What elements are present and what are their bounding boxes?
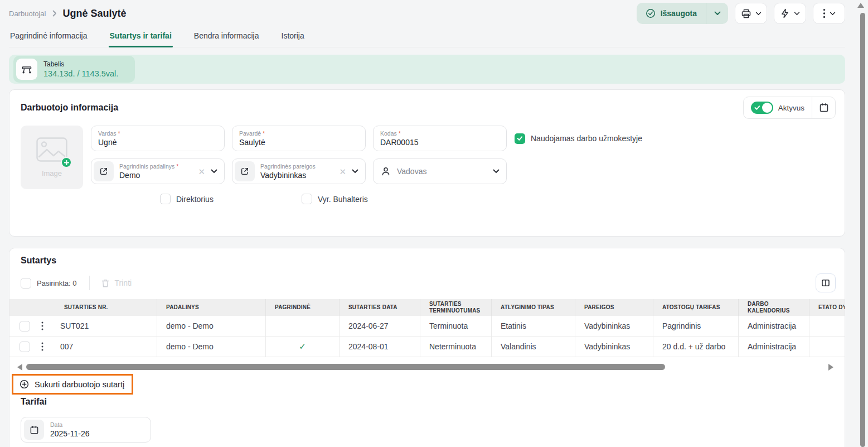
contract-position: Vadybininkas: [575, 316, 653, 336]
save-button[interactable]: Išsaugota: [637, 3, 706, 24]
col-etato-dydis[interactable]: ETATO DY: [809, 299, 845, 316]
contract-row-2[interactable]: 007 demo - Demo ✓ 2024-08-01 Neterminuot…: [9, 337, 845, 357]
tabelis-summary-card[interactable]: Tabelis 134.13d. / 1143.5val.: [13, 56, 135, 83]
breadcrumb-parent-link[interactable]: Darbuotojai: [9, 9, 46, 18]
more-menu-button[interactable]: [813, 3, 845, 24]
code-label: Kodas: [380, 130, 397, 137]
chevron-down-icon[interactable]: [352, 169, 358, 174]
scroll-right-arrow[interactable]: [828, 364, 833, 371]
delete-button-label: Trinti: [115, 278, 132, 287]
active-toggle[interactable]: [751, 102, 773, 114]
tabelis-value: 134.13d. / 1143.5val.: [43, 69, 118, 78]
chevron-down-icon: [755, 12, 762, 16]
tariff-date-field[interactable]: Data 2025-11-26: [21, 417, 151, 443]
contract-date: 2024-08-01: [339, 337, 420, 357]
plus-circle-icon: [20, 379, 29, 389]
column-settings-button[interactable]: [816, 273, 836, 292]
select-all-checkbox[interactable]: [21, 278, 31, 289]
lightning-icon: [780, 8, 790, 18]
col-pareigos[interactable]: PAREIGOS: [575, 299, 653, 316]
row-checkbox[interactable]: [20, 342, 30, 352]
activity-calendar-button[interactable]: [812, 97, 835, 119]
tab-istorija[interactable]: Istorija: [280, 28, 306, 47]
col-terminuotumas[interactable]: SUTARTIES TERMINUOTUMAS: [420, 299, 491, 316]
save-dropdown-button[interactable]: [706, 3, 728, 24]
col-sutarties-nr[interactable]: SUTARTIES NR.: [9, 299, 157, 316]
chevron-down-icon[interactable]: [493, 169, 500, 174]
chevron-down-icon: [794, 12, 800, 16]
check-circle-icon: [646, 8, 656, 18]
main-department-select[interactable]: Pagrindinis padalinys * Demo ✕: [91, 158, 225, 184]
save-split-button[interactable]: Išsaugota: [637, 3, 728, 24]
page-scroll-up-arrow[interactable]: [857, 3, 864, 8]
row-kebab-menu-icon[interactable]: [41, 342, 43, 351]
scroll-left-arrow[interactable]: [17, 364, 22, 371]
calendar-icon[interactable]: [24, 420, 44, 440]
col-sutarties-data[interactable]: SUTARTIES DATA: [339, 299, 420, 316]
tab-bendra-informacija[interactable]: Bendra informacija: [193, 28, 260, 47]
chevron-down-icon: [830, 12, 836, 16]
contract-position: Vadybininkas: [575, 337, 653, 357]
required-marker: *: [399, 130, 401, 137]
kebab-menu-icon: [823, 8, 826, 18]
contract-work-calendar: Administracija: [738, 316, 809, 336]
toggle-check-icon: [754, 105, 760, 110]
col-atlyginimo-tipas[interactable]: ATLYGINIMO TIPAS: [491, 299, 575, 316]
main-position-select[interactable]: Pagrindinės pareigos Vadybininkas ✕: [232, 158, 366, 184]
table-horizontal-scrollbar[interactable]: [17, 363, 837, 371]
add-photo-icon[interactable]: [61, 157, 72, 168]
director-checkbox-label: Direktorius: [176, 195, 214, 204]
contracts-card: Sutartys Pasirinkta: 0 Trinti: [9, 248, 845, 447]
columns-icon: [821, 278, 831, 288]
col-padalinys[interactable]: PADALINYS: [157, 299, 265, 316]
contract-term-type: Terminuota: [420, 316, 491, 336]
contracts-table: SUTARTIES NR. PADALINYS PAGRINDINĖ SUTAR…: [9, 299, 845, 357]
manager-placeholder: Vadovas: [397, 167, 487, 176]
last-name-field[interactable]: Pavardė * Saulytė: [232, 126, 366, 151]
clear-position-icon[interactable]: ✕: [339, 167, 346, 176]
col-darbo-kalendorius[interactable]: DARBO KALENDORIUS: [738, 299, 809, 316]
person-icon: [381, 166, 391, 176]
contract-fte: [809, 337, 845, 357]
active-toggle-wrap[interactable]: Aktyvus: [744, 102, 812, 114]
top-bar-actions: Išsaugota: [637, 3, 845, 24]
employee-photo-upload[interactable]: Image: [21, 126, 83, 189]
contract-vacation-rate: Pagrindinis: [653, 316, 738, 336]
col-pagrindine[interactable]: PAGRINDINĖ: [265, 299, 339, 316]
image-placeholder-label: Image: [42, 169, 62, 177]
code-field[interactable]: Kodas * DAR00015: [373, 126, 507, 151]
tab-pagrindine-informacija[interactable]: Pagrindinė informacija: [9, 28, 89, 47]
payroll-checkbox[interactable]: [515, 133, 525, 144]
col-atostogu-tarifas[interactable]: ATOSTOGŲ TARIFAS: [653, 299, 738, 316]
required-marker: *: [176, 163, 178, 170]
actions-menu-button[interactable]: [774, 3, 806, 24]
breadcrumb: Darbuotojai Ugnė Saulytė: [9, 8, 127, 20]
tariff-date-label: Data: [50, 421, 151, 428]
delete-button[interactable]: Trinti: [101, 278, 132, 288]
last-name-label: Pavardė: [239, 130, 261, 137]
chief-accountant-checkbox[interactable]: [302, 194, 312, 204]
first-name-label: Vardas: [98, 130, 117, 137]
required-marker: *: [263, 130, 265, 137]
chevron-down-icon[interactable]: [211, 169, 217, 174]
manager-select[interactable]: Vadovas: [373, 158, 507, 184]
row-checkbox[interactable]: [20, 321, 30, 331]
external-link-icon[interactable]: [235, 161, 255, 181]
top-bar: Darbuotojai Ugnė Saulytė Išsaugota: [9, 0, 845, 26]
clear-department-icon[interactable]: ✕: [198, 167, 205, 176]
code-value: DAR00015: [380, 138, 500, 147]
main-contract-mark: ✓: [299, 342, 306, 352]
create-contract-button[interactable]: Sukurti darbuotojo sutartį: [13, 376, 132, 393]
print-menu-button[interactable]: [735, 3, 767, 24]
tariffs-title: Tarifai: [21, 397, 845, 407]
contract-row-1[interactable]: SUT021 demo - Demo 2024-06-27 Terminuota…: [9, 316, 845, 337]
tab-sutartys-ir-tarifai[interactable]: Sutartys ir tarifai: [109, 28, 173, 47]
page-vertical-scroll-thumb[interactable]: [860, 13, 865, 447]
trash-icon: [101, 278, 110, 288]
director-checkbox[interactable]: [160, 194, 171, 204]
first-name-field[interactable]: Vardas * Ugnė: [91, 126, 225, 151]
external-link-icon[interactable]: [94, 161, 114, 181]
row-kebab-menu-icon[interactable]: [41, 321, 43, 330]
horizontal-scroll-thumb[interactable]: [26, 364, 665, 370]
main-department-value: Demo: [119, 171, 192, 180]
